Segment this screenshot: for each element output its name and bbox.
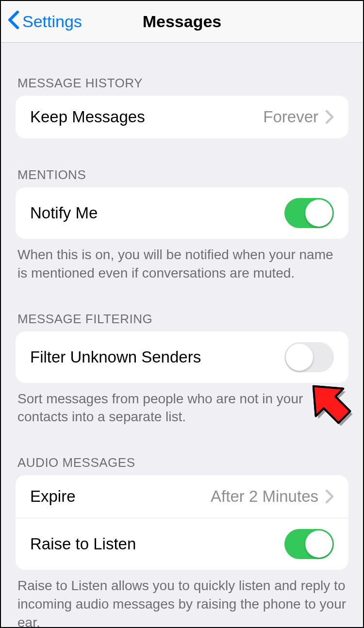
toggle-notify-me[interactable] <box>284 198 334 228</box>
section-header-mentions: MENTIONS <box>1 154 363 187</box>
row-label: Keep Messages <box>30 108 145 126</box>
group-history: Keep Messages Forever <box>16 96 348 138</box>
section-header-filtering: MESSAGE FILTERING <box>1 298 363 331</box>
row-label: Raise to Listen <box>30 535 136 553</box>
row-label: Expire <box>30 487 76 506</box>
group-mentions: Notify Me <box>16 187 348 239</box>
row-label: Notify Me <box>30 204 98 222</box>
navigation-bar: Settings Messages <box>1 1 363 43</box>
back-label: Settings <box>22 12 82 31</box>
back-button[interactable]: Settings <box>1 10 82 33</box>
section-footer-filtering: Sort messages from people who are not in… <box>1 383 363 427</box>
toggle-filter-unknown-senders[interactable] <box>284 342 334 372</box>
group-audio: Expire After 2 Minutes Raise to Listen <box>16 475 348 570</box>
row-keep-messages[interactable]: Keep Messages Forever <box>16 96 348 138</box>
toggle-raise-to-listen[interactable] <box>284 529 334 559</box>
row-expire[interactable]: Expire After 2 Minutes <box>16 475 348 518</box>
row-value: Forever <box>263 108 318 126</box>
row-notify-me: Notify Me <box>16 187 348 239</box>
section-header-audio: AUDIO MESSAGES <box>1 442 363 475</box>
section-footer-mentions: When this is on, you will be notified wh… <box>1 239 363 282</box>
chevron-right-icon <box>325 110 334 124</box>
chevron-right-icon <box>325 489 334 504</box>
row-label: Filter Unknown Senders <box>30 348 201 366</box>
group-filtering: Filter Unknown Senders <box>16 331 348 383</box>
content: MESSAGE HISTORY Keep Messages Forever ME… <box>1 43 363 627</box>
row-filter-unknown-senders: Filter Unknown Senders <box>16 331 348 383</box>
chevron-left-icon <box>8 10 19 33</box>
section-footer-audio: Raise to Listen allows you to quickly li… <box>1 570 363 627</box>
row-value: After 2 Minutes <box>211 487 318 506</box>
section-header-history: MESSAGE HISTORY <box>1 62 363 96</box>
row-raise-to-listen: Raise to Listen <box>16 518 348 570</box>
